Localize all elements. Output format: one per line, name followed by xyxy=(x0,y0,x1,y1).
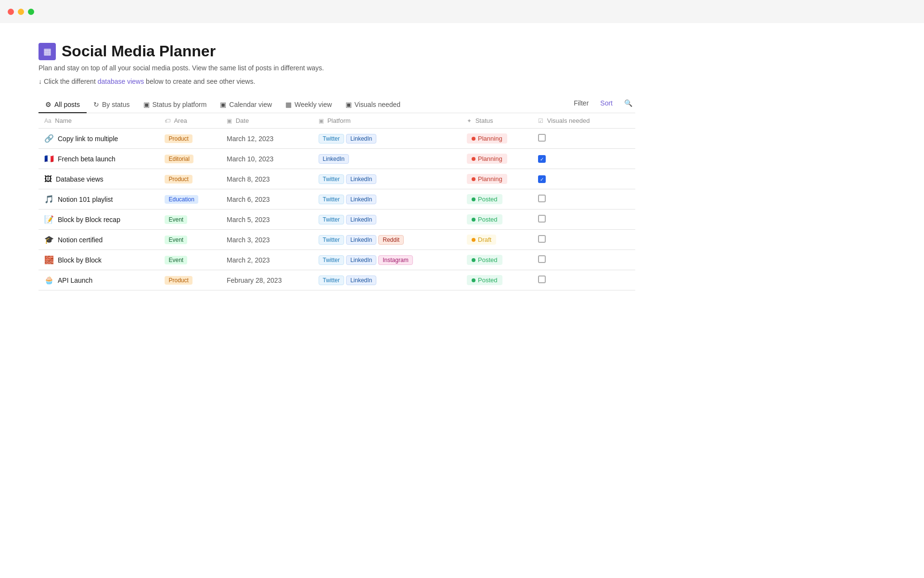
tab-status-by-platform[interactable]: ▣ Status by platform xyxy=(137,97,214,113)
name-cell[interactable]: 🔗 Copy link to multiple xyxy=(44,134,153,143)
cell-area: Education xyxy=(159,189,221,210)
calendar-icon: ▣ xyxy=(220,101,226,108)
visuals-checkbox[interactable]: ✓ xyxy=(538,175,546,183)
status-dot xyxy=(472,258,475,262)
platform-tag: Twitter xyxy=(319,134,344,144)
visuals-checkbox[interactable] xyxy=(538,276,546,283)
cell-status: Posted xyxy=(461,189,532,210)
col-area: 🏷 Area xyxy=(159,113,221,129)
cell-status: Planning xyxy=(461,129,532,149)
platform-tag: Twitter xyxy=(319,276,344,285)
table-row: 🇫🇷 French beta launch EditorialMarch 10,… xyxy=(38,149,635,169)
platform-tag: LinkedIn xyxy=(346,215,376,224)
cell-date: March 5, 2023 xyxy=(221,210,313,230)
visuals-checkbox[interactable] xyxy=(538,235,546,243)
platform-tag: LinkedIn xyxy=(346,134,376,144)
name-cell[interactable]: 🎵 Notion 101 playlist xyxy=(44,195,153,204)
visuals-checkbox[interactable] xyxy=(538,195,546,202)
col-platform: ▣ Platform xyxy=(313,113,461,129)
visuals-icon: ▣ xyxy=(346,101,352,108)
by-status-icon: ↻ xyxy=(93,101,99,108)
cell-name: 📝 Block by Block recap xyxy=(38,210,159,230)
table-row: 🔗 Copy link to multiple ProductMarch 12,… xyxy=(38,129,635,149)
tab-weekly-view[interactable]: ▦ Weekly view xyxy=(279,97,339,113)
area-tag: Event xyxy=(165,256,187,264)
table-row: 🧱 Block by Block EventMarch 2, 2023Twitt… xyxy=(38,250,635,270)
cell-extra xyxy=(619,189,635,210)
cell-date: March 3, 2023 xyxy=(221,230,313,250)
close-button[interactable] xyxy=(8,9,14,15)
cell-date: March 6, 2023 xyxy=(221,189,313,210)
cell-name: 🖼 Database views xyxy=(38,169,159,189)
cell-visuals[interactable] xyxy=(532,129,619,149)
tab-calendar-view[interactable]: ▣ Calendar view xyxy=(213,97,279,113)
cell-visuals[interactable]: ✓ xyxy=(532,169,619,189)
weekly-icon: ▦ xyxy=(285,101,292,108)
cell-visuals[interactable] xyxy=(532,250,619,270)
tab-visuals-needed[interactable]: ▣ Visuals needed xyxy=(339,97,407,113)
area-tag: Education xyxy=(165,195,198,204)
name-cell[interactable]: 📝 Block by Block recap xyxy=(44,215,153,224)
visuals-checkbox[interactable] xyxy=(538,134,546,142)
row-emoji: 🎓 xyxy=(44,235,54,244)
cell-platform: TwitterLinkedIn xyxy=(313,189,461,210)
cell-visuals[interactable] xyxy=(532,189,619,210)
cell-status: Planning xyxy=(461,149,532,169)
row-name: Database views xyxy=(56,175,103,183)
platform-tag: Reddit xyxy=(378,235,404,245)
cell-date: March 2, 2023 xyxy=(221,250,313,270)
status-badge: Posted xyxy=(467,275,502,285)
area-tag: Event xyxy=(165,215,187,224)
visuals-checkbox[interactable] xyxy=(538,215,546,223)
cell-visuals[interactable] xyxy=(532,210,619,230)
name-cell[interactable]: 🧱 Block by Block xyxy=(44,255,153,264)
all-posts-icon: ⚙ xyxy=(45,101,51,108)
cell-extra xyxy=(619,270,635,290)
sort-button[interactable]: Sort xyxy=(597,97,616,109)
cell-platform: TwitterLinkedInReddit xyxy=(313,230,461,250)
name-cell[interactable]: 🖼 Database views xyxy=(44,175,153,184)
platform-tag: Twitter xyxy=(319,195,344,204)
status-dot xyxy=(472,137,475,141)
maximize-button[interactable] xyxy=(28,9,34,15)
cell-name: 🧁 API Launch xyxy=(38,270,159,290)
visuals-checkbox[interactable] xyxy=(538,255,546,263)
search-button[interactable]: 🔍 xyxy=(621,97,635,109)
visuals-checkbox[interactable]: ✓ xyxy=(538,155,546,163)
tab-by-status[interactable]: ↻ By status xyxy=(87,97,137,113)
table-row: 🎵 Notion 101 playlist EducationMarch 6, … xyxy=(38,189,635,210)
cell-area: Product xyxy=(159,129,221,149)
page-title: Social Media Planner xyxy=(62,42,216,60)
cell-date: March 10, 2023 xyxy=(221,149,313,169)
status-dot xyxy=(472,218,475,222)
platform-tag: LinkedIn xyxy=(346,235,376,245)
table-row: 🧁 API Launch ProductFebruary 28, 2023Twi… xyxy=(38,270,635,290)
name-cell[interactable]: 🎓 Notion certified xyxy=(44,235,153,244)
platform-tag: LinkedIn xyxy=(346,195,376,204)
database-views-link[interactable]: database views xyxy=(98,78,144,85)
minimize-button[interactable] xyxy=(18,9,24,15)
name-cell[interactable]: 🧁 API Launch xyxy=(44,276,153,285)
col-status: ✦ Status xyxy=(461,113,532,129)
cell-visuals[interactable]: ✓ xyxy=(532,149,619,169)
platform-tag: Twitter xyxy=(319,255,344,265)
cell-visuals[interactable] xyxy=(532,230,619,250)
cell-area: Event xyxy=(159,210,221,230)
page-description: Plan and stay on top of all your social … xyxy=(38,64,635,72)
col-extra xyxy=(619,113,635,129)
cell-status: Posted xyxy=(461,250,532,270)
cell-status: Posted xyxy=(461,270,532,290)
cell-visuals[interactable] xyxy=(532,270,619,290)
cell-platform: TwitterLinkedIn xyxy=(313,210,461,230)
posts-table: Aa Name 🏷 Area ▣ Date ▣ Platform ✦ St xyxy=(38,113,635,290)
cell-area: Product xyxy=(159,270,221,290)
cell-platform: TwitterLinkedInInstagram xyxy=(313,250,461,270)
tab-all-posts[interactable]: ⚙ All posts xyxy=(38,97,87,113)
cell-extra xyxy=(619,129,635,149)
name-cell[interactable]: 🇫🇷 French beta launch xyxy=(44,154,153,163)
filter-button[interactable]: Filter xyxy=(571,97,591,109)
platform-tag: Instagram xyxy=(378,255,412,265)
toolbar-right: Filter Sort 🔍 xyxy=(571,97,635,113)
cell-name: 🎵 Notion 101 playlist xyxy=(38,189,159,210)
area-tag: Event xyxy=(165,236,187,244)
